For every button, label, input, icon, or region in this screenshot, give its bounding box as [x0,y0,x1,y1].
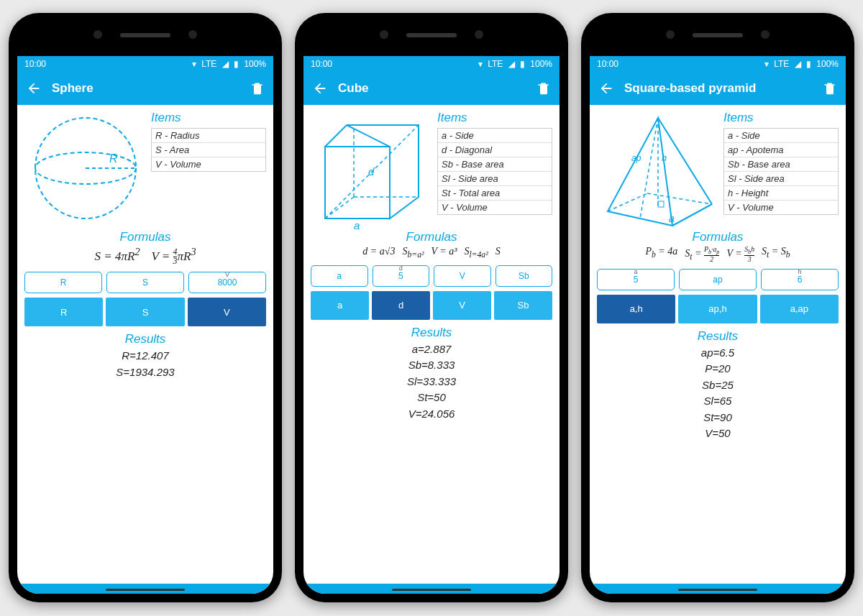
input-r[interactable]: R [24,272,102,293]
input-a[interactable]: a5 [597,269,675,290]
svg-marker-4 [325,147,390,219]
items-heading: Items [723,111,839,125]
svg-line-7 [325,197,354,219]
tab-d[interactable]: d [372,291,430,320]
wifi-icon: ▾ [764,59,769,69]
app-toolbar: Cube [303,72,560,105]
input-v[interactable]: V [434,265,491,287]
tab-v[interactable]: V [433,291,491,320]
tab-aap[interactable]: a,ap [760,295,839,323]
nav-hint [106,589,185,591]
tab-aph[interactable]: ap,h [678,295,757,323]
wifi-icon: ▾ [478,59,483,69]
battery-icon: ▮ [806,59,811,69]
camera-dot [93,30,102,39]
status-right: ▾ LTE ◢ ▮ 100% [475,59,552,69]
formula: S [496,246,501,259]
wifi-icon: ▾ [192,59,196,69]
signal-icon: ◢ [508,59,515,69]
tab-ah[interactable]: a,h [597,295,675,323]
input-a[interactable]: a [311,265,368,287]
nav-hint [392,589,471,591]
camera-dot [475,30,483,39]
speaker-slot [120,33,170,37]
trash-button[interactable] [250,81,265,96]
content-area: h ap a Items a - Side ap - Apotema Sb - … [590,105,846,584]
clock: 10:00 [24,59,46,69]
lte-label: LTE [774,59,789,69]
camera-dot [188,30,197,39]
back-button[interactable] [26,81,42,96]
input-ap[interactable]: ap [679,269,757,290]
items-row: d - Diagonal [438,143,552,157]
formula: V = a³ [431,246,457,259]
items-row: V - Volume [438,201,552,214]
svg-line-15 [672,204,712,226]
svg-line-19 [640,118,658,219]
formulas-row: Pb = 4a St = Pb·ap2 V = Sbh3 St = Sb [597,246,839,263]
svg-text:d: d [368,165,375,178]
lte-label: LTE [488,59,503,69]
svg-line-6 [325,125,347,147]
result-row: V=50 [597,426,839,442]
content-area: R Items R - Radius S - Area V - Volume F… [17,105,273,584]
results-heading: Results [24,332,266,346]
speaker-slot [406,33,457,37]
items-row: ap - Apotema [724,143,838,157]
trash-button[interactable] [823,81,837,96]
back-button[interactable] [598,81,614,96]
app-toolbar: Sphere [17,72,273,105]
items-heading: Items [151,111,266,125]
battery-icon: ▮ [234,59,239,69]
screen: 10:00 ▾ LTE ◢ ▮ 100% Sphere [17,56,273,594]
back-button[interactable] [312,81,328,96]
clock: 10:00 [311,59,332,69]
result-row: V=24.056 [311,406,552,423]
tab-sb[interactable]: Sb [494,291,552,320]
items-row: St - Total area [438,186,552,201]
tab-v[interactable]: V [188,298,266,326]
signal-icon: ◢ [795,59,801,69]
svg-line-17 [647,193,712,204]
app-toolbar: Square-based pyramid [590,72,846,105]
status-right: ▾ LTE ◢ ▮ 100% [762,59,839,69]
results-heading: Results [311,326,552,340]
items-row: S - Area [152,143,265,157]
page-title: Square-based pyramid [624,81,823,96]
result-row: ap=6.5 [597,345,839,362]
items-row: R - Radius [152,129,265,143]
status-bar: 10:00 ▾ LTE ◢ ▮ 100% [303,56,560,72]
results-heading: Results [597,329,839,344]
tab-r[interactable]: R [24,298,103,326]
items-row: V - Volume [724,201,838,214]
svg-text:R: R [109,152,118,165]
input-d[interactable]: d5 [373,265,430,287]
result-row: R=12.407 [24,348,266,364]
input-s[interactable]: S [106,272,184,293]
tab-a[interactable]: a [311,291,369,320]
screen: 10:00 ▾ LTE ◢ ▮ 100% Square-based pyrami… [590,56,846,594]
battery-label: 100% [244,59,266,69]
input-sb[interactable]: Sb [496,265,553,287]
nav-hint [678,589,757,591]
solve-tabs: R S V [24,298,266,326]
items-row: a - Side [724,129,838,143]
result-row: St=50 [311,390,552,406]
input-row: a d5 V Sb [311,265,552,287]
input-h[interactable]: h6 [761,269,839,290]
screen: 10:00 ▾ LTE ◢ ▮ 100% Cube [303,56,560,594]
input-v[interactable]: V8000 [188,272,266,293]
result-row: Sl=33.333 [311,374,552,390]
battery-icon: ▮ [520,59,525,69]
trash-button[interactable] [536,81,551,96]
result-row: S=1934.293 [24,364,266,381]
svg-marker-5 [347,125,419,219]
items-row: Sb - Base area [724,157,838,172]
shape-diagram-cube: d a [311,111,433,226]
tab-s[interactable]: S [106,298,184,326]
svg-text:h: h [662,152,667,163]
content-area: d a Items a - Side d - Diagonal Sb - Bas… [303,105,560,584]
items-row: h - Height [724,186,838,201]
formulas-row: d = a√3 Sb=a² V = a³ Sl=4a² S [311,246,552,259]
svg-text:ap: ap [631,153,641,163]
